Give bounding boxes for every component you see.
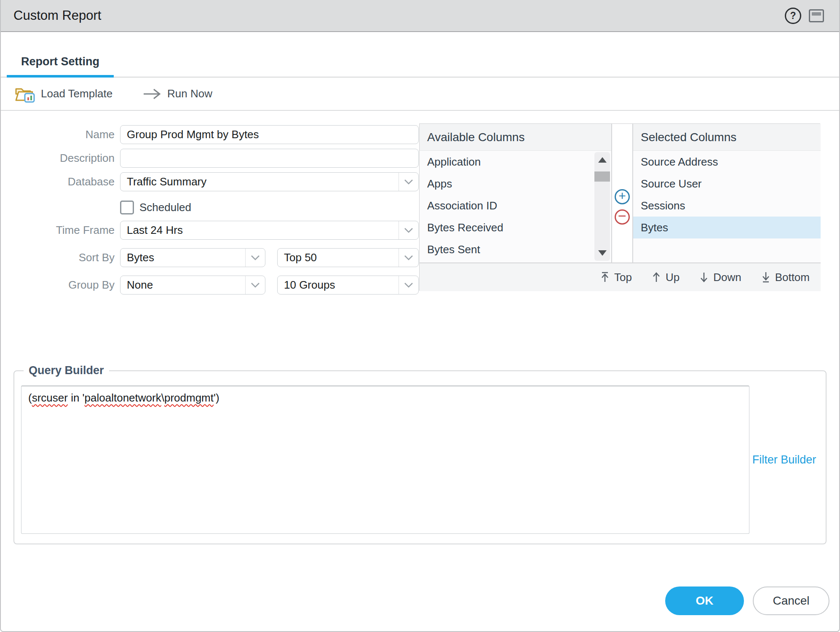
arrow-down-icon [699,271,709,283]
description-input[interactable] [120,149,419,168]
query-token: ') [214,391,219,404]
tab-bar: Report Setting [1,31,839,78]
report-settings-form: Name Group Prod Mgmt by Bytes Descriptio… [1,112,419,295]
query-input[interactable]: (srcuser in 'paloaltonetwork\prodmgmt') [21,386,749,534]
dialog-title: Custom Report [13,8,101,23]
list-item[interactable]: Application [420,151,611,173]
arrow-up-icon [651,271,661,283]
column-order-toolbar: Top Up Down [420,262,821,291]
load-template-button[interactable]: Load Template [15,85,112,103]
titlebar-icons: ? [785,8,824,24]
selected-columns-header: Selected Columns [633,124,821,151]
description-label: Description [1,152,120,165]
database-select[interactable]: Traffic Summary [120,172,419,191]
list-item[interactable]: Sessions [633,195,821,217]
available-columns-list: ApplicationAppsAssociation IDBytes Recei… [420,151,611,262]
chevron-down-icon [399,249,418,267]
list-item[interactable]: Source Address [633,151,821,173]
group-by-count-select[interactable]: 10 Groups [277,276,419,295]
list-item[interactable]: Source User [633,173,821,195]
move-down-button[interactable]: Down [699,271,741,284]
custom-report-dialog: Custom Report ? Report Setting Load Temp… [0,0,840,632]
sort-by-label: Sort By [1,251,120,264]
list-item[interactable]: Association ID [420,195,611,217]
name-input[interactable]: Group Prod Mgmt by Bytes [120,125,419,144]
name-label: Name [1,128,120,141]
tab-report-setting-label: Report Setting [21,55,99,68]
chevron-down-icon [399,221,418,239]
move-up-button[interactable]: Up [651,271,679,284]
time-frame-row: Time Frame Last 24 Hrs [1,221,419,240]
list-item[interactable]: Bytes Sent [420,238,611,260]
chevron-down-icon [399,276,418,294]
run-now-arrow-icon [143,88,161,100]
sort-by-select[interactable]: Bytes [120,248,265,267]
toolbar: Load Template Run Now [1,78,839,111]
query-token: in ' [68,391,85,404]
window-icon-bar [812,12,821,16]
arrow-to-bottom-icon [761,271,771,283]
database-value: Traffic Summary [127,175,206,188]
window-maximize-icon[interactable] [809,9,824,22]
sort-by-limit-select[interactable]: Top 50 [277,248,419,267]
remove-column-icon[interactable]: − [615,209,630,225]
time-frame-select[interactable]: Last 24 Hrs [120,221,419,240]
move-bottom-button[interactable]: Bottom [761,271,810,284]
time-frame-label: Time Frame [1,224,120,237]
columns-widget: Available Columns Selected Columns Appli… [419,123,820,291]
selected-columns-list: Source AddressSource UserSessionsBytes [633,151,821,262]
sort-by-limit-value: Top 50 [284,251,317,264]
name-row: Name Group Prod Mgmt by Bytes [1,125,419,144]
group-by-select[interactable]: None [120,276,265,295]
query-builder-legend: Query Builder [24,364,109,377]
query-token-misspelled: prodmgmt [164,391,214,404]
scheduled-checkbox[interactable] [120,201,134,214]
query-token-misspelled: paloaltonetwork [85,391,161,404]
scrollbar[interactable] [594,152,610,261]
list-item[interactable]: Apps [420,173,611,195]
load-template-folder-icon [15,85,35,103]
add-column-icon[interactable]: + [615,189,630,204]
group-by-count-value: 10 Groups [284,279,335,292]
arrow-to-top-icon [600,271,610,283]
help-icon[interactable]: ? [785,8,801,24]
tab-report-setting[interactable]: Report Setting [7,55,114,78]
time-frame-value: Last 24 Hrs [127,224,183,237]
chevron-down-icon [245,249,265,267]
run-now-label: Run Now [167,87,212,100]
description-row: Description [1,149,419,168]
title-bar: Custom Report ? [1,0,839,32]
sort-by-row: Sort By Bytes Top 50 [1,248,419,267]
list-item[interactable]: Bytes [633,217,821,238]
group-by-row: Group By None 10 Groups [1,276,419,295]
cancel-button[interactable]: Cancel [753,586,829,615]
query-token: ( [28,391,32,404]
scroll-down-icon[interactable] [598,250,607,256]
add-remove-strip: + − [611,151,633,262]
chevron-down-icon [245,276,265,294]
database-label: Database [1,175,120,188]
scheduled-row: Scheduled [1,200,419,215]
move-top-button[interactable]: Top [600,271,632,284]
scroll-up-icon[interactable] [598,157,607,163]
list-item[interactable]: Bytes Received [420,217,611,238]
query-token-misspelled: srcuser [32,391,68,404]
query-builder-fieldset: Query Builder (srcuser in 'paloaltonetwo… [13,364,827,544]
group-by-label: Group By [1,279,120,292]
sort-by-value: Bytes [127,251,154,264]
query-token: \ [161,391,164,404]
database-row: Database Traffic Summary [1,172,419,191]
ok-button[interactable]: OK [665,586,744,615]
scheduled-label: Scheduled [139,201,191,214]
filter-builder-link[interactable]: Filter Builder [749,453,819,466]
available-columns-header: Available Columns [420,124,611,151]
run-now-button[interactable]: Run Now [143,87,212,100]
load-template-label: Load Template [41,87,112,100]
scrollbar-thumb[interactable] [594,171,610,182]
group-by-value: None [127,279,153,292]
chevron-down-icon [399,173,418,191]
